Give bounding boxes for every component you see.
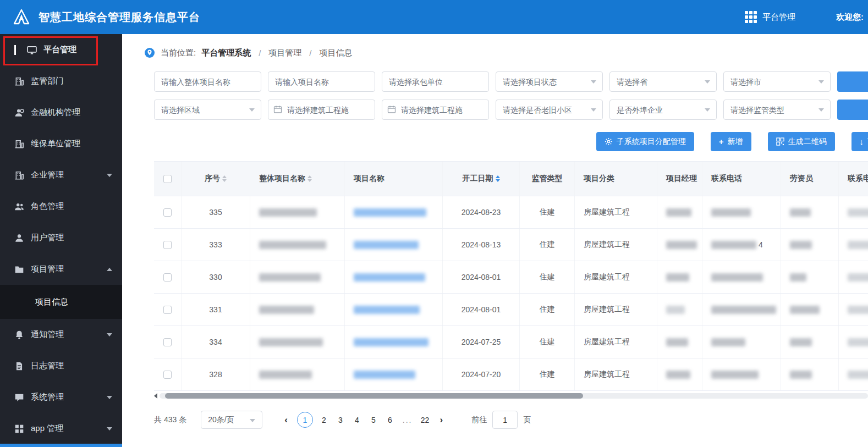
cell-manager-redacted	[657, 294, 702, 325]
supervision-type-input[interactable]	[723, 100, 831, 120]
breadcrumb-level1[interactable]: 项目管理	[268, 48, 301, 58]
col-start-date[interactable]: 开工日期	[443, 162, 520, 196]
row-checkbox[interactable]	[163, 208, 172, 217]
table-row[interactable]: 335 2024-08-23 住建 房屋建筑工程	[154, 196, 868, 229]
sort-icon[interactable]	[307, 175, 312, 182]
project-name-input[interactable]	[268, 71, 375, 92]
old-community-input[interactable]	[496, 100, 603, 120]
row-checkbox[interactable]	[163, 306, 172, 314]
col-seq[interactable]: 序号	[182, 162, 250, 196]
table-row[interactable]: 331 2024-08-01 住建 房屋建筑工程	[154, 294, 868, 326]
page-size-select[interactable]: 20条/页	[201, 411, 262, 429]
cell-labor-redacted	[781, 229, 839, 261]
cell-seq: 331	[182, 294, 250, 325]
sidebar-item-notices[interactable]: 通知管理	[0, 319, 122, 350]
row-checkbox[interactable]	[163, 273, 172, 282]
external-enterprise-select[interactable]	[609, 100, 717, 120]
page-button-4[interactable]: 4	[349, 412, 365, 428]
sidebar-item-platform[interactable]: 平台管理	[0, 34, 122, 65]
sidebar-item-supervision-dept[interactable]: 监管部门	[0, 65, 122, 97]
table-row[interactable]: 330 2024-08-01 住建 房屋建筑工程	[154, 261, 868, 294]
apps-grid-icon[interactable]	[745, 11, 757, 23]
cell-project-name-link-redacted[interactable]	[345, 196, 443, 228]
sort-icon-active[interactable]	[496, 175, 500, 182]
build-date-end-input[interactable]	[382, 100, 489, 120]
table-hscrollbar	[154, 393, 868, 399]
sidebar-item-roles[interactable]: 角色管理	[0, 191, 122, 222]
row-checkbox[interactable]	[163, 371, 172, 379]
col-category: 项目分类	[575, 162, 657, 196]
chat-icon	[14, 393, 24, 402]
province-select[interactable]	[609, 71, 717, 92]
breadcrumb-level2[interactable]: 项目信息	[320, 48, 353, 58]
next-page-button[interactable]: ›	[433, 415, 449, 426]
add-button[interactable]: + 新增	[711, 132, 751, 151]
cell-project-name-link-redacted[interactable]	[345, 261, 443, 293]
old-community-select[interactable]	[496, 100, 603, 120]
hscroll-thumb[interactable]	[165, 393, 583, 399]
build-date-start-picker[interactable]	[268, 100, 375, 120]
subsystem-assign-button[interactable]: 子系统项目分配管理	[596, 132, 694, 151]
topbar-platform-link[interactable]: 平台管理	[762, 12, 795, 23]
gear-icon	[605, 137, 613, 146]
sidebar-item-logs[interactable]: 日志管理	[0, 350, 122, 382]
reset-button[interactable]	[837, 100, 868, 120]
cell-project-name-link-redacted[interactable]	[345, 326, 443, 358]
sort-icon[interactable]	[222, 175, 227, 182]
pages-ellipsis[interactable]: ...	[398, 416, 417, 424]
project-status-select[interactable]	[496, 71, 603, 92]
project-status-input[interactable]	[496, 71, 603, 92]
sidebar-item-enterprise[interactable]: 企业管理	[0, 159, 122, 191]
table-row[interactable]: 333 2024-08-13 住建 房屋建筑工程 4	[154, 229, 868, 261]
table-row[interactable]: 334 2024-07-25 住建 房屋建筑工程	[154, 326, 868, 358]
region-select[interactable]	[154, 100, 261, 120]
city-input[interactable]	[723, 71, 831, 92]
sidebar-item-users[interactable]: 用户管理	[0, 222, 122, 253]
select-all-checkbox[interactable]	[163, 175, 172, 183]
external-enterprise-input[interactable]	[609, 100, 717, 120]
page-button-5[interactable]: 5	[365, 412, 382, 428]
sidebar-item-app[interactable]: app 管理	[0, 413, 122, 444]
sidebar-subitem-project-info[interactable]: 项目信息	[0, 285, 122, 319]
row-checkbox[interactable]	[163, 241, 172, 249]
building-icon	[14, 76, 24, 86]
cell-seq: 335	[182, 196, 250, 228]
cell-labor-redacted	[781, 326, 839, 358]
table-row[interactable]: 328 2024-07-20 住建 房屋建筑工程	[154, 358, 868, 391]
sidebar-item-system[interactable]: 系统管理	[0, 382, 122, 413]
generate-qrcode-button[interactable]: 生成二维码	[768, 132, 835, 151]
sidebar-item-maintenance[interactable]: 维保单位管理	[0, 128, 122, 159]
download-button[interactable]: ↓ 下载	[851, 132, 868, 151]
prev-page-button[interactable]: ‹	[278, 415, 294, 426]
build-date-end-picker[interactable]	[382, 100, 489, 120]
cell-project-name-link-redacted[interactable]	[345, 294, 443, 325]
contractor-input[interactable]	[382, 71, 489, 92]
goto-page-input[interactable]	[492, 411, 518, 429]
breadcrumb-root[interactable]: 平台管理系统	[201, 48, 251, 58]
page-button-2[interactable]: 2	[316, 412, 332, 428]
overall-project-name-input[interactable]	[154, 71, 261, 92]
row-checkbox[interactable]	[163, 338, 172, 346]
page-button-6[interactable]: 6	[382, 412, 398, 428]
page-button-22[interactable]: 22	[416, 412, 433, 428]
filter-row-2	[154, 100, 868, 120]
grid-icon	[14, 424, 24, 434]
sidebar-item-finance[interactable]: 金融机构管理	[0, 97, 122, 128]
cell-project-name-link-redacted[interactable]	[345, 229, 443, 261]
scroll-left-icon[interactable]	[154, 393, 157, 399]
sidebar-item-projects[interactable]: 项目管理	[0, 253, 122, 285]
page-button-3[interactable]: 3	[332, 412, 349, 428]
cell-overall-name-redacted	[250, 358, 345, 390]
city-select[interactable]	[723, 71, 831, 92]
hscroll-track[interactable]	[160, 393, 868, 399]
build-date-start-input[interactable]	[268, 100, 375, 120]
province-input[interactable]	[609, 71, 717, 92]
region-input[interactable]	[154, 100, 261, 120]
cell-project-name-link-redacted[interactable]	[345, 358, 443, 390]
page-button-1[interactable]: 1	[297, 412, 313, 428]
search-button[interactable]	[837, 71, 868, 92]
cell-supervision: 住建	[520, 294, 575, 325]
welcome-text: 欢迎您:	[836, 12, 864, 23]
supervision-type-select[interactable]	[723, 100, 831, 120]
col-overall-name[interactable]: 整体项目名称	[250, 162, 345, 196]
